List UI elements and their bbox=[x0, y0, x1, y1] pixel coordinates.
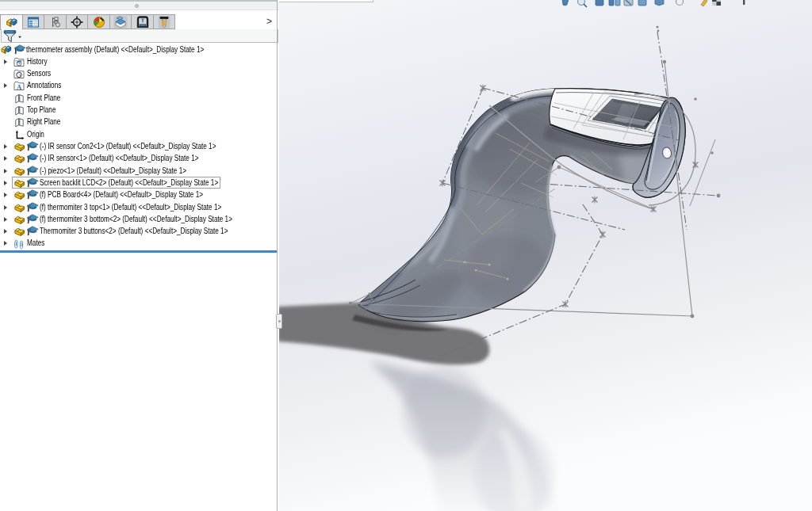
svg-text:A: A bbox=[17, 82, 22, 90]
